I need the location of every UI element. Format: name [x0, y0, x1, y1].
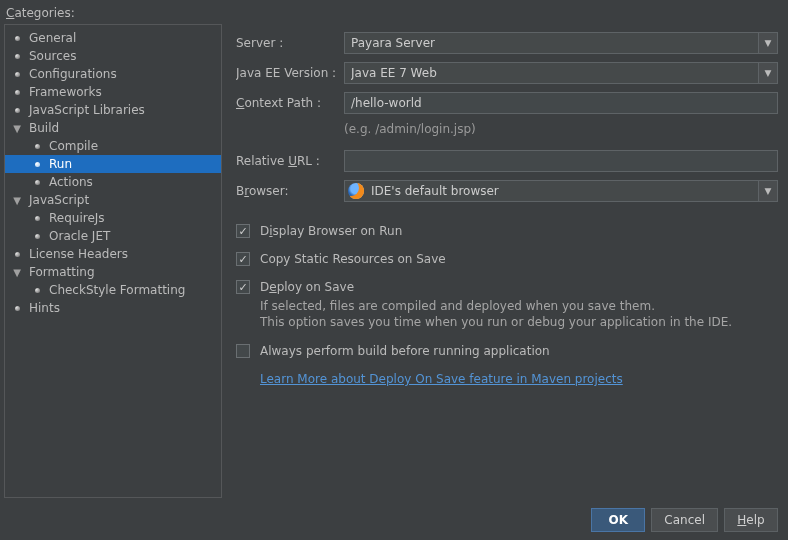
deploy-on-save-checkbox[interactable]: Deploy on Save: [236, 280, 778, 294]
checkbox-icon: [236, 224, 250, 238]
bullet-icon: [11, 36, 23, 41]
tree-item-label: Sources: [29, 49, 76, 63]
tree-item-label: Build: [29, 121, 59, 135]
tree-item-label: JavaScript Libraries: [29, 103, 145, 117]
bullet-icon: [31, 180, 43, 185]
javaee-label: Java EE Version :: [236, 66, 344, 80]
server-input[interactable]: [344, 32, 778, 54]
tree-item-label: Frameworks: [29, 85, 102, 99]
bullet-icon: [31, 216, 43, 221]
tree-item-javascript[interactable]: ▼JavaScript: [5, 191, 221, 209]
bullet-icon: [11, 252, 23, 257]
dialog-buttons: OK Cancel Help: [4, 498, 784, 540]
tree-item-label: CheckStyle Formatting: [49, 283, 185, 297]
tree-item-license-headers[interactable]: License Headers: [5, 245, 221, 263]
tree-item-general[interactable]: General: [5, 29, 221, 47]
bullet-icon: [31, 144, 43, 149]
copy-static-label: Copy Static Resources on Save: [260, 252, 446, 266]
tree-item-frameworks[interactable]: Frameworks: [5, 83, 221, 101]
tree-item-oracle-jet[interactable]: Oracle JET: [5, 227, 221, 245]
cancel-button[interactable]: Cancel: [651, 508, 718, 532]
browser-label: Browser:: [236, 184, 344, 198]
context-path-hint: (e.g. /admin/login.jsp): [344, 118, 778, 146]
tree-item-hints[interactable]: Hints: [5, 299, 221, 317]
chevron-down-icon: ▼: [11, 195, 23, 206]
deploy-on-save-label: Deploy on Save: [260, 280, 354, 294]
tree-item-requirejs[interactable]: RequireJs: [5, 209, 221, 227]
bullet-icon: [11, 306, 23, 311]
browser-combo[interactable]: ▼: [344, 180, 778, 202]
tree-item-label: License Headers: [29, 247, 128, 261]
tree-item-javascript-libraries[interactable]: JavaScript Libraries: [5, 101, 221, 119]
tree-item-label: Hints: [29, 301, 60, 315]
display-browser-label: Display Browser on Run: [260, 224, 402, 238]
tree-item-run[interactable]: Run: [5, 155, 221, 173]
tree-item-label: RequireJs: [49, 211, 105, 225]
bullet-icon: [31, 162, 43, 167]
context-path-label: Context Path :: [236, 96, 344, 110]
server-label: Server :: [236, 36, 344, 50]
bullet-icon: [31, 288, 43, 293]
learn-more-link[interactable]: Learn More about Deploy On Save feature …: [260, 372, 623, 386]
relative-url-label: Relative URL :: [236, 154, 344, 168]
chevron-down-icon[interactable]: ▼: [758, 62, 778, 84]
tree-item-sources[interactable]: Sources: [5, 47, 221, 65]
bullet-icon: [31, 234, 43, 239]
help-button[interactable]: Help: [724, 508, 778, 532]
tree-item-build[interactable]: ▼Build: [5, 119, 221, 137]
bullet-icon: [11, 90, 23, 95]
checkbox-icon: [236, 344, 250, 358]
categories-label: Categories:: [4, 4, 784, 24]
tree-item-label: Configurations: [29, 67, 117, 81]
tree-item-label: Run: [49, 157, 72, 171]
tree-item-label: General: [29, 31, 76, 45]
deploy-on-save-note: If selected, files are compiled and depl…: [260, 298, 778, 330]
chevron-down-icon[interactable]: ▼: [758, 32, 778, 54]
tree-item-label: Formatting: [29, 265, 95, 279]
firefox-icon: [348, 183, 364, 199]
copy-static-checkbox[interactable]: Copy Static Resources on Save: [236, 252, 778, 266]
chevron-down-icon[interactable]: ▼: [758, 180, 778, 202]
javaee-input[interactable]: [344, 62, 778, 84]
chevron-down-icon: ▼: [11, 123, 23, 134]
context-path-input[interactable]: [344, 92, 778, 114]
chevron-down-icon: ▼: [11, 267, 23, 278]
bullet-icon: [11, 54, 23, 59]
checkbox-icon: [236, 280, 250, 294]
tree-item-checkstyle-formatting[interactable]: CheckStyle Formatting: [5, 281, 221, 299]
browser-input[interactable]: [344, 180, 778, 202]
categories-tree[interactable]: GeneralSourcesConfigurationsFrameworksJa…: [4, 24, 222, 498]
tree-item-label: JavaScript: [29, 193, 89, 207]
server-combo[interactable]: ▼: [344, 32, 778, 54]
tree-item-compile[interactable]: Compile: [5, 137, 221, 155]
tree-item-formatting[interactable]: ▼Formatting: [5, 263, 221, 281]
run-config-form: Server : ▼ Java EE Version : ▼ Context P…: [236, 24, 784, 498]
tree-item-actions[interactable]: Actions: [5, 173, 221, 191]
display-browser-checkbox[interactable]: Display Browser on Run: [236, 224, 778, 238]
tree-item-label: Actions: [49, 175, 93, 189]
always-build-label: Always perform build before running appl…: [260, 344, 550, 358]
relative-url-input[interactable]: [344, 150, 778, 172]
checkbox-icon: [236, 252, 250, 266]
bullet-icon: [11, 108, 23, 113]
ok-button[interactable]: OK: [591, 508, 645, 532]
always-build-checkbox[interactable]: Always perform build before running appl…: [236, 344, 778, 358]
bullet-icon: [11, 72, 23, 77]
tree-item-label: Oracle JET: [49, 229, 110, 243]
javaee-combo[interactable]: ▼: [344, 62, 778, 84]
tree-item-label: Compile: [49, 139, 98, 153]
tree-item-configurations[interactable]: Configurations: [5, 65, 221, 83]
